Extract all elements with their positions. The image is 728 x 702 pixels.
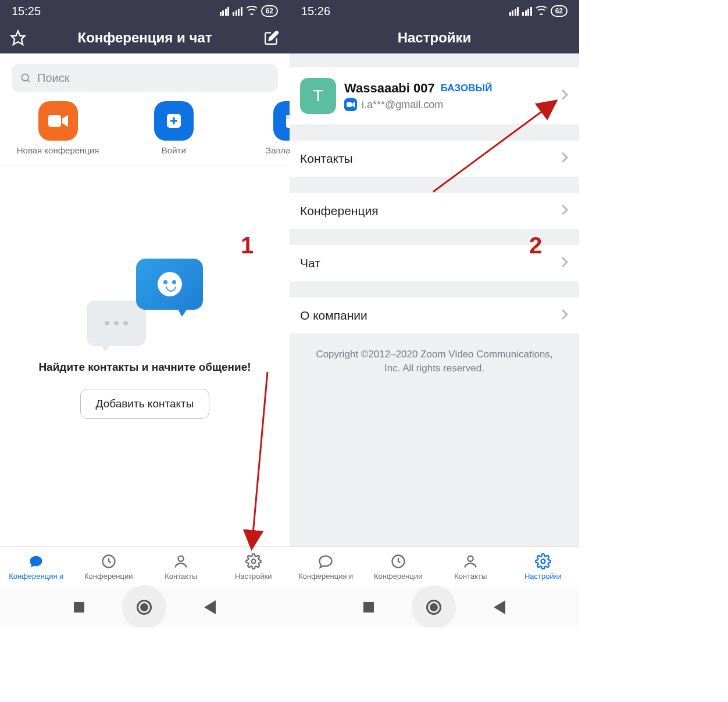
clock-icon — [390, 553, 406, 570]
back-button[interactable] — [494, 600, 505, 614]
tab-meet-and-chat[interactable]: Конференция и — [0, 547, 73, 587]
user-name: Wassaaabi 007 — [344, 81, 435, 96]
settings-item-label: О компании — [300, 309, 367, 323]
gear-icon — [245, 553, 262, 570]
status-time: 15:25 — [12, 5, 41, 18]
action-label: Заплан — [266, 145, 290, 155]
recent-apps-button[interactable] — [74, 602, 84, 613]
join-button[interactable]: Войти — [116, 101, 231, 155]
app-header: Конференция и чат — [0, 22, 290, 53]
settings-item-label: Контакты — [300, 152, 353, 166]
status-bar: 15:25 62 — [0, 0, 290, 22]
tab-label: Настройки — [524, 572, 562, 581]
chat-icon — [317, 553, 334, 570]
star-icon[interactable] — [8, 28, 28, 48]
search-icon — [20, 72, 31, 84]
bottom-tabs: Конференция и Конференции Контакты Настр… — [290, 546, 579, 587]
tab-label: Конференции — [84, 572, 133, 581]
tab-meet-and-chat[interactable]: Конференция и — [290, 547, 362, 587]
settings-item-label: Конференция — [300, 204, 379, 218]
annotation-number-2: 2 — [529, 232, 542, 259]
back-button[interactable] — [204, 600, 216, 614]
chat-icon — [28, 553, 44, 570]
signal-icon — [522, 7, 532, 16]
tab-contacts[interactable]: Контакты — [434, 547, 507, 587]
page-title: Настройки — [298, 30, 571, 46]
tab-label: Конференция и — [9, 572, 63, 581]
svg-line-17 — [433, 106, 549, 192]
wifi-icon — [536, 5, 547, 18]
chat-illustration — [87, 259, 203, 346]
tab-label: Контакты — [165, 572, 197, 581]
signal-icon — [233, 7, 242, 16]
video-icon — [38, 101, 78, 141]
chevron-right-icon — [561, 151, 569, 166]
tab-label: Конференции — [374, 572, 423, 581]
svg-line-16 — [252, 372, 267, 540]
home-button[interactable] — [137, 600, 152, 615]
tab-label: Контакты — [454, 572, 487, 581]
signal-icon — [220, 7, 230, 16]
new-meeting-button[interactable]: Новая конференция — [0, 101, 116, 155]
avatar: T — [300, 78, 336, 114]
svg-point-1 — [22, 74, 28, 81]
tab-label: Конференция и — [298, 572, 353, 581]
recent-apps-button[interactable] — [363, 602, 374, 613]
battery-indicator: 62 — [261, 5, 278, 17]
settings-item-about[interactable]: О компании — [290, 298, 579, 334]
tab-contacts[interactable]: Контакты — [145, 547, 217, 587]
annotation-arrow-1 — [233, 372, 279, 554]
chevron-right-icon — [561, 308, 569, 323]
actions-row: Новая конференция Войти Заплан — [0, 99, 290, 166]
zoom-icon — [344, 98, 357, 111]
svg-point-15 — [541, 560, 545, 564]
search-container — [0, 53, 290, 99]
tab-meetings[interactable]: Конференции — [73, 547, 145, 587]
battery-indicator: 62 — [551, 5, 568, 17]
compose-icon[interactable] — [262, 28, 281, 48]
contacts-icon — [173, 553, 189, 570]
tab-meetings[interactable]: Конференции — [362, 547, 435, 587]
annotation-number-1: 1 — [241, 232, 254, 259]
status-icons: 62 — [220, 5, 278, 18]
tab-label: Настройки — [235, 572, 272, 581]
wifi-icon — [246, 5, 258, 18]
plan-badge: БАЗОВЫЙ — [441, 83, 493, 94]
svg-point-10 — [251, 560, 255, 564]
action-label: Войти — [162, 145, 186, 155]
svg-marker-0 — [11, 31, 24, 44]
svg-point-14 — [468, 556, 473, 561]
search-input[interactable] — [12, 64, 278, 92]
home-button[interactable] — [426, 600, 441, 615]
svg-point-9 — [179, 556, 184, 561]
tab-settings[interactable]: Настройки — [507, 547, 580, 587]
screen-settings: 15:26 62 Настройки T Wassaaabi 007 БАЗОВ… — [290, 0, 579, 628]
action-label: Новая конференция — [17, 145, 99, 155]
settings-item-label: Чат — [300, 256, 320, 270]
svg-rect-3 — [48, 115, 61, 127]
status-icons: 62 — [509, 5, 568, 18]
add-contacts-button[interactable]: Добавить контакты — [80, 389, 210, 419]
clock-icon — [101, 553, 117, 570]
svg-line-2 — [28, 80, 30, 83]
copyright-text: Copyright ©2012–2020 Zoom Video Communic… — [290, 334, 579, 389]
svg-marker-4 — [62, 115, 68, 127]
gear-icon — [535, 553, 551, 570]
plus-icon — [154, 101, 194, 141]
empty-text: Найдите контакты и начните общение! — [38, 361, 251, 374]
search-field[interactable] — [37, 71, 270, 85]
contacts-icon — [462, 553, 479, 570]
calendar-icon — [273, 101, 290, 141]
app-header: Настройки — [290, 22, 579, 53]
svg-marker-12 — [352, 102, 355, 108]
svg-rect-11 — [347, 102, 352, 107]
android-nav-bar — [0, 587, 290, 628]
chevron-right-icon — [561, 256, 569, 271]
chevron-right-icon — [561, 203, 569, 219]
chevron-right-icon — [561, 88, 569, 103]
signal-icon — [509, 7, 519, 16]
schedule-button[interactable]: Заплан — [231, 101, 290, 155]
page-title: Конференция и чат — [28, 30, 262, 46]
annotation-arrow-2 — [427, 99, 561, 200]
android-nav-bar — [290, 587, 579, 628]
